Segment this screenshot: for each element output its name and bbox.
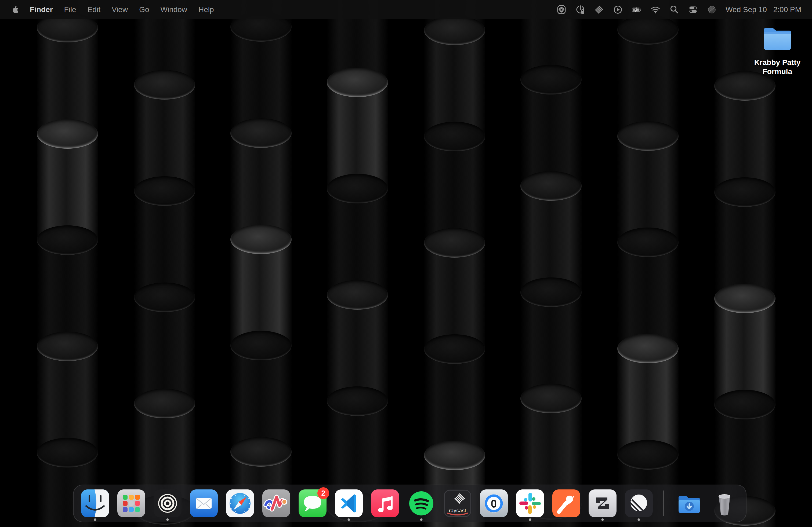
zed-icon — [589, 490, 617, 517]
menu-bar-left: FinderFileEditViewGoWindowHelp — [11, 5, 214, 14]
dock-item-vscode[interactable] — [335, 490, 363, 517]
launchpad-icon — [117, 490, 145, 517]
menu-item-view[interactable]: View — [112, 5, 128, 14]
dock-item-finder[interactable] — [81, 490, 109, 517]
dock-item-trash[interactable] — [710, 490, 738, 517]
dock-item-apple-music[interactable] — [371, 490, 399, 517]
trash-icon — [710, 490, 738, 517]
dock: 2raycast — [73, 485, 746, 522]
menu-bar-time: 2:00 PM — [773, 5, 801, 14]
now-playing-icon[interactable] — [613, 4, 623, 15]
desktop-folder-label: Krabby Patty Formula — [751, 58, 804, 76]
apple-music-icon — [371, 490, 399, 517]
power-lock-icon[interactable] — [575, 4, 585, 15]
mail-icon — [190, 490, 218, 517]
menu-item-edit[interactable]: Edit — [88, 5, 100, 14]
notification-badge: 2 — [317, 487, 329, 499]
apple-menu[interactable] — [11, 5, 18, 14]
dock-item-zed[interactable] — [589, 490, 617, 517]
dock-item-1password[interactable] — [480, 490, 508, 517]
spotlight-search-icon[interactable] — [669, 4, 679, 15]
running-indicator-dot — [638, 518, 640, 521]
slack-icon — [516, 490, 544, 517]
sphere-icon[interactable] — [707, 4, 717, 15]
dock-item-sticker-a-app[interactable] — [262, 490, 290, 517]
running-indicator-dot — [420, 518, 423, 521]
battery-charging-icon[interactable] — [632, 4, 642, 15]
dock-item-slack[interactable] — [516, 490, 544, 517]
control-center-icon[interactable] — [688, 4, 698, 15]
dock-item-spotify[interactable] — [407, 490, 435, 517]
status-icon-strip — [556, 4, 717, 15]
1password-icon — [480, 490, 508, 517]
downloads-folder-icon — [674, 490, 702, 517]
menu-item-window[interactable]: Window — [160, 5, 187, 14]
wifi-icon[interactable] — [650, 4, 661, 15]
dock-item-launchpad[interactable] — [117, 490, 145, 517]
burst-icon[interactable] — [556, 4, 567, 15]
sticker-a-app-icon — [262, 490, 290, 517]
macos-desktop: FinderFileEditViewGoWindowHelp Wed Sep 1… — [0, 0, 812, 527]
spotify-icon — [407, 490, 435, 517]
dock-item-downloads-folder[interactable] — [674, 490, 702, 517]
dock-item-zen-browser[interactable] — [154, 490, 182, 517]
dock-item-messages[interactable]: 2 — [299, 490, 327, 517]
menu-bar-clock[interactable]: Wed Sep 10 2:00 PM — [726, 5, 801, 14]
menu-item-help[interactable]: Help — [199, 5, 214, 14]
menu-item-finder[interactable]: Finder — [30, 5, 53, 14]
dock-divider — [663, 491, 664, 516]
linear-icon — [625, 490, 653, 517]
postman-icon — [552, 490, 580, 517]
menu-bar-status: Wed Sep 10 2:00 PM — [556, 4, 801, 15]
dock-item-mail[interactable] — [190, 490, 218, 517]
menu-item-go[interactable]: Go — [139, 5, 149, 14]
dock-item-raycast[interactable]: raycast — [444, 490, 472, 517]
safari-icon — [226, 490, 254, 517]
wallpaper-cylinders — [0, 0, 812, 527]
running-indicator-dot — [348, 518, 350, 521]
menu-item-file[interactable]: File — [64, 5, 76, 14]
dock-item-postman[interactable] — [552, 490, 580, 517]
desktop-folder-krabby-patty-formula[interactable]: Krabby Patty Formula — [751, 26, 804, 76]
running-indicator-dot — [166, 518, 169, 521]
folder-icon — [762, 26, 793, 52]
menu-bar-date: Wed Sep 10 — [726, 5, 767, 14]
running-indicator-dot — [601, 518, 604, 521]
finder-icon — [81, 490, 109, 517]
menu-bar: FinderFileEditViewGoWindowHelp Wed Sep 1… — [0, 0, 812, 19]
zen-browser-icon — [154, 490, 182, 517]
running-indicator-dot — [94, 518, 97, 521]
raycast-label: raycast — [444, 508, 472, 514]
vscode-icon — [335, 490, 363, 517]
dock-item-safari[interactable] — [226, 490, 254, 517]
running-indicator-dot — [529, 518, 532, 521]
striped-diamond-icon[interactable] — [594, 4, 604, 15]
apple-logo-icon — [11, 5, 18, 14]
dock-item-linear[interactable] — [625, 490, 653, 517]
